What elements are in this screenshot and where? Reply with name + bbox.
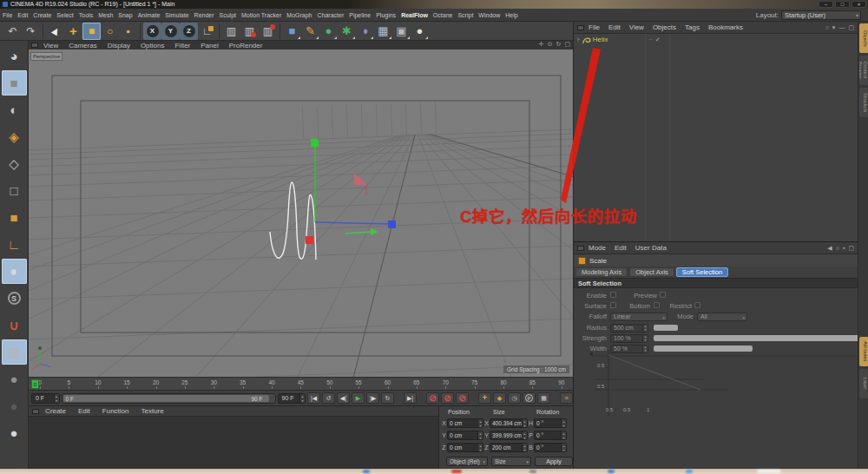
model-mode-icon[interactable]: ◐: [2, 97, 27, 122]
last-used-tool-icon[interactable]: ▪: [119, 23, 137, 40]
viewport-panel-icon[interactable]: [31, 43, 38, 48]
am-panel-icon[interactable]: [577, 246, 584, 251]
dock-tab-objects[interactable]: Objects: [859, 23, 868, 53]
menu-mesh[interactable]: Mesh: [95, 12, 115, 18]
mode-dropdown[interactable]: All: [697, 313, 747, 321]
material-menu-function[interactable]: Function: [96, 407, 135, 415]
viewport-menu-view[interactable]: View: [38, 42, 63, 49]
menu-pipeline[interactable]: Pipeline: [346, 12, 373, 18]
prev-key-icon[interactable]: ◀(: [337, 392, 350, 404]
record-position-icon[interactable]: ⊘: [426, 392, 439, 404]
axis-mode-icon[interactable]: ◇: [2, 151, 27, 176]
coord-mode-dropdown[interactable]: Object (Rel): [446, 457, 488, 466]
viewport-solo-icon[interactable]: ●: [2, 259, 27, 284]
viewport-menu-prorender[interactable]: ProRender: [224, 42, 268, 49]
viewport-menu-panel[interactable]: Panel: [195, 42, 223, 49]
om-menu-view[interactable]: View: [625, 23, 648, 31]
texture-mode-icon[interactable]: ◈: [2, 124, 27, 149]
am-search-icon[interactable]: ○: [836, 245, 839, 251]
om-menu-tags[interactable]: Tags: [681, 23, 704, 31]
workplane-lock-icon[interactable]: ▦: [2, 339, 27, 365]
rotation-p-field[interactable]: 0 °▴▾: [534, 431, 567, 440]
frame-start-field[interactable]: 0 F▴▾: [31, 393, 60, 404]
am-menu-mode[interactable]: Mode: [584, 244, 610, 252]
dock-tab-structure[interactable]: Structure: [859, 88, 868, 117]
tab-modeling-axis[interactable]: Modeling Axis: [575, 267, 628, 277]
workplane-mode-icon[interactable]: ∟: [2, 232, 27, 257]
om-menu-bookmarks[interactable]: Bookmarks: [704, 23, 747, 31]
timeline-options-icon[interactable]: ≡: [560, 392, 573, 404]
am-menu-user-data[interactable]: User Data: [631, 244, 671, 252]
snap-toggle-icon[interactable]: S: [2, 286, 27, 311]
falloff-dropdown[interactable]: Linear: [610, 313, 667, 321]
om-panel-icon[interactable]: [577, 25, 584, 30]
sphere-dark-icon[interactable]: ●: [2, 393, 27, 418]
live-selection-icon[interactable]: ▶: [46, 23, 64, 40]
menu-animate[interactable]: Animate: [135, 12, 163, 18]
move-tool-icon[interactable]: +: [64, 23, 82, 40]
next-key-icon[interactable]: )▶: [366, 392, 379, 404]
menu-edit[interactable]: Edit: [15, 12, 30, 18]
menu-character[interactable]: Character: [315, 12, 347, 18]
sphere-light-icon[interactable]: ●: [2, 420, 27, 445]
play-backwards-icon[interactable]: ↺: [322, 392, 335, 404]
am-menu-edit[interactable]: Edit: [610, 244, 631, 252]
menu-octane[interactable]: Octane: [431, 12, 456, 18]
surface-checkbox[interactable]: [610, 302, 616, 308]
viewport[interactable]: Perspective Grid Spacing : 1000 cm: [29, 49, 573, 377]
apply-button[interactable]: Apply: [535, 457, 573, 466]
zoom-view-icon[interactable]: ⊙: [548, 41, 553, 48]
am-back-icon[interactable]: ◀: [827, 245, 832, 252]
material-panel-icon[interactable]: [32, 409, 39, 414]
om-menu-objects[interactable]: Objects: [648, 23, 681, 31]
menu-tools[interactable]: Tools: [76, 12, 95, 18]
menu-script[interactable]: Script: [455, 12, 476, 18]
render-to-picture-viewer-icon[interactable]: ▥: [240, 23, 259, 40]
viewport-menu-options[interactable]: Options: [135, 42, 170, 49]
timeline-ruler[interactable]: 051015202530354045505560657075808590 0: [29, 377, 573, 391]
play-forwards-icon[interactable]: ▶: [352, 392, 365, 404]
dock-tab-layer[interactable]: Layer: [859, 369, 868, 398]
material-menu-create[interactable]: Create: [39, 407, 72, 415]
menu-file[interactable]: File: [0, 12, 15, 18]
menu-render[interactable]: Render: [192, 12, 217, 18]
undo-icon[interactable]: ↶: [3, 23, 22, 40]
toggle-view-icon[interactable]: ▢: [564, 41, 570, 48]
add-light-icon[interactable]: ●: [411, 23, 429, 40]
rotate-tool-icon[interactable]: ○: [101, 23, 119, 40]
layout-dropdown[interactable]: Startup (User): [781, 10, 861, 20]
enable-checkbox[interactable]: [610, 292, 616, 298]
record-rotation-icon[interactable]: ⊘: [456, 392, 469, 404]
am-lock-icon[interactable]: ▪: [843, 245, 845, 251]
strength-slider[interactable]: [654, 335, 860, 341]
om-panel-icon[interactable]: ▢: [848, 24, 854, 31]
frame-range-slider[interactable]: 0 F 90 F: [62, 393, 276, 404]
om-minimize-icon[interactable]: —: [838, 24, 845, 30]
menu-create[interactable]: Create: [30, 12, 54, 18]
lock-toggle-icon[interactable]: ●: [2, 366, 27, 392]
x-axis-lock-icon[interactable]: X: [143, 23, 161, 40]
rotation-b-field[interactable]: 0 °▴▾: [534, 443, 567, 452]
polygons-mode-icon[interactable]: ■: [2, 205, 27, 230]
viewport-menu-cameras[interactable]: Cameras: [63, 42, 102, 49]
viewport-menu-filter[interactable]: Filter: [169, 42, 195, 49]
menu-mograph[interactable]: MoGraph: [284, 12, 314, 18]
redo-icon[interactable]: ↷: [22, 23, 40, 40]
record-scale-icon[interactable]: ⊘: [441, 392, 454, 404]
menu-plugins[interactable]: Plugins: [373, 12, 398, 18]
menu-help[interactable]: Help: [503, 12, 520, 18]
strength-field[interactable]: 100 %▴▾: [610, 334, 648, 343]
keyframe-selection-icon[interactable]: ◷: [508, 392, 521, 404]
size-z-field[interactable]: 200 cm▴▾: [490, 443, 528, 452]
render-view-icon[interactable]: ▥: [222, 23, 240, 40]
material-menu-edit[interactable]: Edit: [72, 407, 96, 415]
add-deformer-icon[interactable]: ✱: [338, 23, 356, 40]
restrict-checkbox[interactable]: [694, 302, 700, 308]
soft-selection-section-header[interactable]: Soft Selection: [574, 278, 858, 288]
add-floor-icon[interactable]: ▦: [374, 23, 392, 40]
make-editable-icon[interactable]: ■: [2, 70, 27, 95]
menu-realflow[interactable]: RealFlow: [398, 12, 431, 18]
coordinate-system-icon[interactable]: ∟: [198, 23, 216, 40]
preview-checkbox[interactable]: [660, 292, 666, 298]
menu-motion-tracker[interactable]: Motion Tracker: [239, 12, 284, 18]
